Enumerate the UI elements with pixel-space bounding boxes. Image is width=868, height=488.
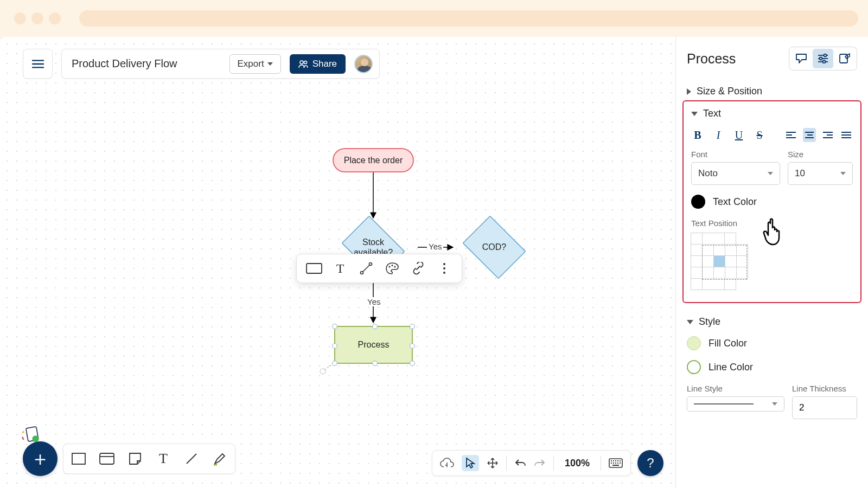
pos-cell-selected[interactable] [713,255,725,267]
export-button[interactable]: Export [229,54,281,74]
document-title[interactable]: Product Delivery Flow [72,57,221,70]
font-select[interactable]: Noto [691,162,780,185]
line-thickness-input[interactable] [792,396,857,419]
more-tool-icon[interactable] [433,259,455,278]
section-text[interactable]: Text [691,107,853,125]
svg-point-13 [443,263,445,265]
line-style-select[interactable] [687,396,784,412]
line-color-row[interactable]: Line Color [687,360,857,374]
pos-cell[interactable] [724,278,736,290]
undo-icon[interactable] [514,458,526,468]
pos-cell[interactable] [702,278,725,290]
svg-rect-27 [620,460,621,461]
pos-cell[interactable] [691,255,703,267]
edge-label-yes-down: Yes [366,297,382,306]
edit-tab-icon[interactable] [834,49,855,68]
sparkle-icon [18,426,41,446]
svg-point-14 [443,267,445,269]
line-style-label: Line Style [687,384,784,393]
svg-rect-30 [615,463,616,464]
pos-cell[interactable] [691,267,703,279]
keyboard-icon[interactable] [609,458,623,468]
cloud-sync-icon[interactable] [440,458,454,468]
svg-point-10 [389,266,391,268]
pos-cell[interactable] [736,244,748,256]
pos-cell[interactable] [725,255,737,267]
italic-icon[interactable]: I [712,128,725,142]
add-button[interactable]: ＋ [23,441,58,476]
pos-cell[interactable] [691,244,703,256]
svg-point-39 [823,61,826,63]
pos-cell[interactable] [736,267,748,279]
svg-point-5 [320,369,326,374]
share-button[interactable]: Share [290,54,346,74]
section-style[interactable]: Style [687,311,857,333]
shape-tool-rect-icon[interactable] [303,259,325,278]
redo-icon[interactable] [534,458,546,468]
underline-icon[interactable]: U [732,128,745,142]
section-label: Text [703,108,721,119]
pos-cell[interactable] [702,267,714,279]
chevron-down-icon [768,172,773,175]
card-shape-icon[interactable] [99,451,114,466]
bold-icon[interactable]: B [691,128,704,142]
avatar[interactable] [354,55,373,73]
align-left-icon[interactable] [784,128,797,142]
text-position-grid [691,233,748,290]
pos-cell[interactable] [713,244,725,256]
text-color-row[interactable]: Text Color [691,195,853,209]
align-justify-icon[interactable] [840,128,853,142]
share-label: Share [312,59,337,69]
pointer-tool-icon[interactable] [462,455,479,471]
caret-down-icon [691,112,698,116]
text-tool-icon[interactable]: T [329,259,351,278]
svg-rect-26 [617,460,618,461]
pos-cell[interactable] [713,267,725,279]
node-terminator-place-order[interactable]: Place the order [333,148,414,172]
properties-tab-icon[interactable] [813,49,833,68]
palette-tool-icon[interactable] [381,259,403,278]
link-tool-icon[interactable] [407,259,429,278]
pos-cell[interactable] [702,233,725,245]
highlight-shape-icon[interactable] [212,451,227,466]
pos-cell[interactable] [725,244,737,256]
node-decision-cod[interactable]: COD? [459,220,529,274]
chevron-down-icon [840,172,846,175]
menu-button[interactable] [23,49,53,79]
node-label: Process [358,340,390,350]
connector-tool-icon[interactable] [355,259,377,278]
strikethrough-icon[interactable]: S [753,128,766,142]
svg-rect-33 [612,465,619,466]
zoom-value[interactable]: 100% [561,458,593,469]
align-center-icon[interactable] [803,128,816,142]
window-dot [14,12,26,24]
line-shape-icon[interactable] [184,451,199,466]
caret-right-icon [687,88,691,95]
note-shape-icon[interactable] [127,451,143,466]
text-shape-icon[interactable]: T [156,451,171,466]
canvas[interactable]: Product Delivery Flow Export Share [0,37,675,488]
pan-tool-icon[interactable] [487,457,499,469]
pos-cell[interactable] [691,233,703,245]
help-button[interactable]: ? [637,450,663,476]
pos-cell[interactable] [702,255,714,267]
fill-color-row[interactable]: Fill Color [687,336,857,350]
section-label: Size & Position [697,86,762,97]
pos-cell[interactable] [724,233,736,245]
node-process[interactable]: Process [334,326,413,364]
url-bar[interactable] [79,10,858,27]
pos-cell[interactable] [736,255,748,267]
section-text-highlighted: Text B I U S Font [682,100,861,303]
section-size-position[interactable]: Size & Position [687,80,857,102]
pos-cell[interactable] [725,267,737,279]
comments-tab-icon[interactable] [791,49,812,68]
svg-rect-24 [613,460,614,461]
size-value: 10 [795,168,805,179]
pos-cell[interactable] [691,278,703,290]
svg-point-15 [443,272,445,274]
pos-cell[interactable] [702,244,714,256]
rect-shape-icon[interactable] [71,451,86,466]
size-select[interactable]: 10 [788,162,853,185]
text-color-label: Text Color [713,196,757,208]
align-right-icon[interactable] [821,128,834,142]
